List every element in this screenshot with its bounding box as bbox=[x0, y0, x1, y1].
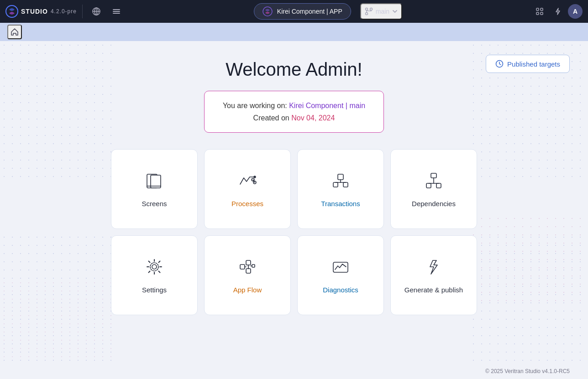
branch-button[interactable]: main bbox=[360, 3, 402, 20]
svg-rect-15 bbox=[536, 12, 539, 15]
svg-point-11 bbox=[365, 13, 368, 15]
svg-rect-13 bbox=[536, 8, 539, 10]
dependencies-label: Dependencies bbox=[412, 200, 456, 208]
working-on-box: You are working on: Kirei Component | ma… bbox=[204, 91, 384, 133]
working-on-project: Kirei Component | main bbox=[289, 102, 365, 109]
secondary-nav bbox=[0, 23, 588, 41]
card-screens[interactable]: Screens bbox=[111, 149, 198, 229]
svg-rect-40 bbox=[246, 260, 251, 265]
card-transactions[interactable]: Transactions bbox=[297, 149, 384, 229]
chevron-down-icon bbox=[392, 9, 398, 14]
created-on-date: Nov 04, 2024 bbox=[291, 114, 335, 122]
home-button[interactable] bbox=[7, 25, 22, 39]
nav-divider-1 bbox=[82, 5, 83, 18]
screens-label: Screens bbox=[142, 200, 167, 208]
studio-version: 4.2.0-pre bbox=[51, 8, 77, 15]
card-processes[interactable]: Processes bbox=[204, 149, 291, 229]
svg-point-8 bbox=[263, 7, 272, 16]
svg-rect-32 bbox=[431, 173, 436, 178]
card-generate-publish[interactable]: Generate & publish bbox=[390, 235, 477, 315]
top-nav: STUDIO 4.2.0-pre Kirei Component | APP bbox=[0, 0, 588, 23]
svg-point-10 bbox=[370, 8, 372, 10]
svg-rect-27 bbox=[333, 182, 338, 187]
created-on-prefix: Created on bbox=[253, 114, 292, 122]
welcome-section: Welcome Admin! You are working on: Kirei… bbox=[18, 59, 570, 133]
svg-rect-46 bbox=[333, 262, 348, 272]
transactions-icon bbox=[331, 171, 351, 193]
avatar-label: A bbox=[573, 8, 578, 15]
svg-rect-14 bbox=[541, 8, 543, 10]
project-button[interactable]: Kirei Component | APP bbox=[254, 3, 351, 20]
welcome-title: Welcome Admin! bbox=[18, 59, 570, 80]
svg-rect-34 bbox=[436, 183, 441, 188]
svg-point-38 bbox=[150, 263, 158, 271]
svg-rect-28 bbox=[343, 182, 348, 187]
home-icon bbox=[10, 27, 19, 36]
lightning-icon bbox=[553, 7, 562, 16]
logo-icon bbox=[5, 5, 18, 18]
main-content: Published targets Welcome Admin! You are… bbox=[0, 41, 588, 379]
svg-rect-42 bbox=[252, 265, 255, 267]
settings-label: Settings bbox=[142, 286, 167, 294]
lightning-button[interactable] bbox=[550, 3, 566, 20]
svg-point-9 bbox=[365, 8, 368, 10]
card-settings[interactable]: Settings bbox=[111, 235, 198, 315]
screens-icon bbox=[144, 171, 164, 193]
project-label: Kirei Component | APP bbox=[277, 8, 342, 15]
svg-point-22 bbox=[254, 176, 256, 178]
nav-right: A bbox=[531, 3, 583, 20]
working-on-line2: Created on Nov 04, 2024 bbox=[223, 112, 365, 124]
app-flow-icon bbox=[237, 257, 257, 280]
transactions-label: Transactions bbox=[321, 200, 360, 208]
dependencies-icon bbox=[424, 171, 444, 193]
studio-logo: STUDIO 4.2.0-pre bbox=[5, 5, 77, 18]
card-app-flow[interactable]: App Flow bbox=[204, 235, 291, 315]
svg-rect-26 bbox=[338, 174, 343, 180]
globe-button[interactable] bbox=[88, 3, 105, 20]
menu-button[interactable] bbox=[108, 3, 125, 20]
app-flow-label: App Flow bbox=[233, 286, 262, 294]
svg-rect-41 bbox=[246, 269, 251, 273]
grid-button[interactable] bbox=[531, 3, 548, 20]
processes-icon bbox=[237, 171, 257, 193]
svg-rect-16 bbox=[541, 12, 543, 15]
diagnostics-icon bbox=[331, 257, 351, 280]
svg-point-0 bbox=[6, 5, 18, 17]
branch-label: main bbox=[376, 8, 389, 15]
globe-icon bbox=[92, 7, 101, 16]
working-on-prefix: You are working on: bbox=[223, 102, 289, 109]
generate-publish-label: Generate & publish bbox=[404, 286, 463, 294]
diagnostics-label: Diagnostics bbox=[323, 286, 358, 294]
cards-grid: Screens Processes bbox=[18, 149, 570, 315]
generate-publish-icon bbox=[424, 257, 444, 280]
processes-label: Processes bbox=[231, 200, 263, 208]
svg-point-37 bbox=[152, 265, 157, 269]
grid-icon bbox=[535, 7, 544, 16]
avatar-button[interactable]: A bbox=[568, 4, 583, 19]
nav-center: Kirei Component | APP main bbox=[128, 3, 528, 20]
hamburger-icon bbox=[112, 7, 121, 16]
branch-icon bbox=[365, 7, 373, 16]
working-on-line1: You are working on: Kirei Component | ma… bbox=[223, 99, 365, 112]
copyright-text: © 2025 Veritran Studio v4.1.0-RC5 bbox=[485, 368, 570, 374]
kirei-icon bbox=[262, 6, 273, 16]
svg-rect-39 bbox=[240, 265, 245, 269]
card-dependencies[interactable]: Dependencies bbox=[390, 149, 477, 229]
settings-icon bbox=[144, 257, 164, 280]
footer: © 2025 Veritran Studio v4.1.0-RC5 bbox=[485, 368, 570, 374]
svg-rect-33 bbox=[426, 183, 431, 188]
card-diagnostics[interactable]: Diagnostics bbox=[297, 235, 384, 315]
studio-label: STUDIO bbox=[21, 8, 48, 15]
